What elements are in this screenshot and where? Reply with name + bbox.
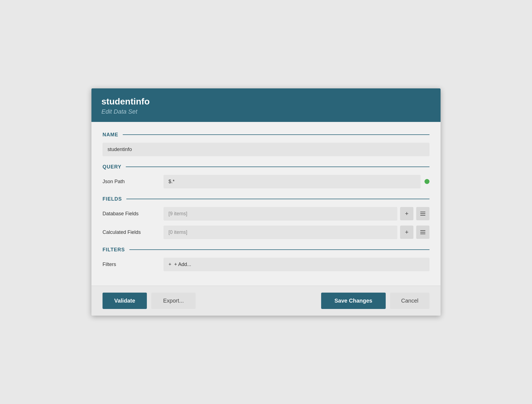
- filters-row: Filters + + Add...: [103, 258, 429, 271]
- database-fields-menu-button[interactable]: [416, 207, 429, 220]
- dialog-footer: Validate Export... Save Changes Cancel: [91, 286, 441, 316]
- json-path-input[interactable]: [163, 175, 421, 188]
- calculated-fields-add-button[interactable]: +: [400, 226, 413, 239]
- plus-icon: +: [405, 210, 409, 217]
- filters-add-button[interactable]: + + Add...: [163, 258, 429, 271]
- dialog-header: studentinfo Edit Data Set: [91, 88, 441, 122]
- filters-add-icon: +: [168, 262, 172, 267]
- name-section-label: NAME: [103, 132, 118, 138]
- fields-section-label: FIELDS: [103, 196, 122, 202]
- json-path-row: Json Path: [103, 175, 429, 188]
- edit-dataset-dialog: studentinfo Edit Data Set NAME QUERY Jso…: [91, 88, 441, 315]
- plus-icon-2: +: [405, 229, 409, 236]
- filters-section: FILTERS Filters + + Add...: [103, 247, 429, 271]
- fields-section-header: FIELDS: [103, 196, 429, 202]
- json-path-wrapper: [163, 175, 429, 188]
- cancel-button[interactable]: Cancel: [390, 293, 429, 309]
- json-path-label: Json Path: [103, 179, 163, 185]
- query-divider: [126, 167, 429, 167]
- calculated-fields-row: Calculated Fields +: [103, 226, 429, 239]
- save-changes-button[interactable]: Save Changes: [321, 293, 386, 309]
- name-section-header: NAME: [103, 132, 429, 138]
- calculated-fields-wrapper: +: [163, 226, 429, 239]
- query-section: QUERY Json Path: [103, 164, 429, 188]
- fields-section: FIELDS Database Fields +: [103, 196, 429, 239]
- validate-button[interactable]: Validate: [103, 293, 147, 309]
- database-fields-wrapper: +: [163, 207, 429, 221]
- database-fields-add-button[interactable]: +: [400, 207, 413, 220]
- calculated-fields-input[interactable]: [163, 226, 397, 239]
- filters-divider: [129, 249, 429, 250]
- hamburger-icon: [420, 212, 425, 216]
- name-divider: [123, 134, 429, 135]
- dialog-body: NAME QUERY Json Path FIELDS: [91, 122, 441, 286]
- database-fields-row: Database Fields +: [103, 207, 429, 221]
- export-button[interactable]: Export...: [151, 293, 196, 309]
- calculated-fields-label: Calculated Fields: [103, 229, 163, 235]
- filters-section-label: FILTERS: [103, 247, 125, 253]
- calculated-fields-menu-button[interactable]: [416, 226, 429, 239]
- database-fields-label: Database Fields: [103, 211, 163, 217]
- query-section-label: QUERY: [103, 164, 121, 170]
- dialog-subtitle: Edit Data Set: [101, 108, 431, 115]
- name-section: NAME: [103, 132, 429, 156]
- fields-divider: [126, 199, 429, 199]
- filters-label: Filters: [103, 262, 163, 267]
- name-input[interactable]: [103, 143, 429, 156]
- query-section-header: QUERY: [103, 164, 429, 170]
- dialog-title: studentinfo: [101, 96, 431, 107]
- hamburger-icon-2: [420, 230, 425, 234]
- filters-section-header: FILTERS: [103, 247, 429, 253]
- json-path-status-dot: [424, 179, 429, 184]
- database-fields-input[interactable]: [163, 207, 397, 221]
- filters-add-label: + Add...: [174, 262, 191, 267]
